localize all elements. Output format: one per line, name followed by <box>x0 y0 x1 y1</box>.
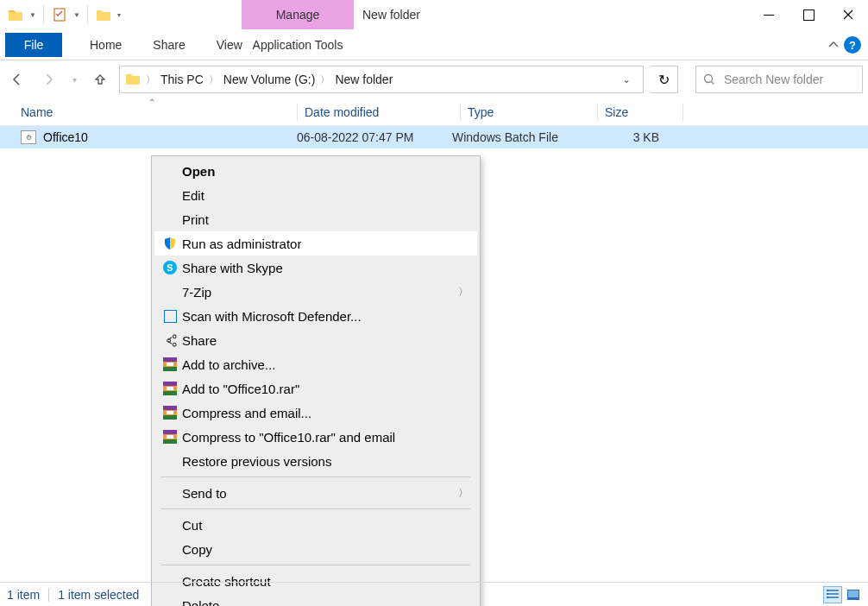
ribbon: File Home Share View Application Tools ? <box>0 29 868 60</box>
defender-icon <box>164 310 177 323</box>
skype-icon: S <box>163 261 177 275</box>
column-separator[interactable] <box>297 104 298 121</box>
column-separator[interactable] <box>460 104 461 121</box>
breadcrumb-this-pc[interactable]: This PC <box>160 73 204 86</box>
column-type[interactable]: Type <box>468 105 597 119</box>
svg-rect-3 <box>827 593 828 595</box>
search-icon <box>703 73 715 85</box>
sort-asc-icon: ⌃ <box>148 98 155 107</box>
search-placeholder: Search New folder <box>724 73 823 86</box>
folder-icon[interactable] <box>5 4 26 25</box>
chevron-right-icon[interactable]: 〉 <box>320 73 330 86</box>
column-size[interactable]: Size <box>605 105 682 119</box>
separator <box>48 588 49 602</box>
menu-share-skype[interactable]: S Share with Skype <box>154 256 477 280</box>
svg-rect-2 <box>827 590 828 591</box>
qat-customize[interactable]: ▾ <box>117 11 121 19</box>
address-dropdown-icon[interactable]: ⌄ <box>615 73 638 85</box>
expand-ribbon-icon[interactable] <box>828 38 839 50</box>
menu-send-to[interactable]: Send to〉 <box>154 481 477 505</box>
breadcrumb-current[interactable]: New folder <box>335 73 393 86</box>
file-name: Office10 <box>43 130 88 144</box>
help-button[interactable]: ? <box>844 36 861 54</box>
rar-icon <box>163 357 177 371</box>
title-bar: ▼ ▼ ▾ Manage New folder <box>0 0 868 29</box>
file-row[interactable]: ⚙ Office10 06-08-2022 07:47 PM Windows B… <box>0 126 868 148</box>
menu-separator <box>161 477 470 477</box>
navigation-bar: ▾ 〉 This PC 〉 New Volume (G:) 〉 New fold… <box>0 60 868 98</box>
minimize-button[interactable] <box>749 0 789 29</box>
refresh-button[interactable]: ↻ <box>651 66 678 93</box>
batch-file-icon: ⚙ <box>21 130 36 144</box>
back-button[interactable] <box>5 67 29 92</box>
item-count: 1 item <box>7 588 40 602</box>
column-separator[interactable] <box>597 104 598 121</box>
application-tools-tab[interactable]: Application Tools <box>242 29 354 60</box>
file-type: Windows Batch File <box>452 130 599 144</box>
chevron-right-icon: 〉 <box>458 486 469 501</box>
menu-run-as-administrator[interactable]: Run as administrator <box>154 231 477 256</box>
menu-edit[interactable]: Edit <box>154 183 477 207</box>
svg-rect-6 <box>848 590 859 597</box>
column-headers: Name ⌃ Date modified Type Size <box>0 98 868 126</box>
close-button[interactable] <box>828 0 868 29</box>
menu-share[interactable]: Share <box>154 328 477 352</box>
home-tab[interactable]: Home <box>74 29 137 60</box>
address-bar[interactable]: 〉 This PC 〉 New Volume (G:) 〉 New folder… <box>119 66 644 93</box>
menu-add-rar[interactable]: Add to "Office10.rar" <box>154 376 477 401</box>
separator <box>43 5 44 24</box>
chevron-right-icon[interactable]: 〉 <box>146 73 155 86</box>
svg-rect-4 <box>827 597 828 598</box>
column-separator[interactable] <box>682 104 683 121</box>
forward-button[interactable] <box>36 67 60 92</box>
menu-print[interactable]: Print <box>154 207 477 231</box>
rar-icon <box>163 382 177 395</box>
menu-restore-versions[interactable]: Restore previous versions <box>154 449 477 473</box>
menu-add-archive[interactable]: Add to archive... <box>154 352 477 376</box>
menu-compress-email[interactable]: Compress and email... <box>154 401 477 425</box>
search-box[interactable]: Search New folder <box>695 66 863 93</box>
qat-dropdown[interactable]: ▼ <box>29 11 36 19</box>
menu-open[interactable]: Open <box>154 159 477 183</box>
menu-defender-scan[interactable]: Scan with Microsoft Defender... <box>154 304 477 328</box>
svg-point-1 <box>705 75 713 83</box>
context-menu: Open Edit Print Run as administrator S S… <box>151 155 481 606</box>
menu-cut[interactable]: Cut <box>154 513 477 537</box>
column-name[interactable]: Name ⌃ <box>21 105 297 119</box>
rar-icon <box>163 430 177 444</box>
share-tab[interactable]: Share <box>137 29 200 60</box>
column-date[interactable]: Date modified <box>305 105 460 119</box>
separator <box>87 5 88 24</box>
qat-dropdown[interactable]: ▼ <box>73 11 80 19</box>
menu-separator <box>161 508 470 509</box>
maximize-button[interactable] <box>789 0 828 29</box>
chevron-right-icon[interactable]: 〉 <box>209 73 218 86</box>
window-controls <box>749 0 868 29</box>
up-button[interactable] <box>88 67 112 92</box>
share-icon <box>158 334 182 347</box>
menu-compress-rar-email[interactable]: Compress to "Office10.rar" and email <box>154 425 477 449</box>
file-date: 06-08-2022 07:47 PM <box>297 130 452 144</box>
menu-7zip[interactable]: 7-Zip〉 <box>154 280 477 304</box>
status-bar: 1 item 1 item selected <box>0 582 868 606</box>
chevron-right-icon: 〉 <box>458 285 469 300</box>
file-size: 3 KB <box>599 130 659 144</box>
shield-icon <box>163 237 177 250</box>
details-view-button[interactable] <box>823 586 842 603</box>
menu-copy[interactable]: Copy <box>154 537 477 561</box>
contextual-tab-header: Manage <box>242 0 354 29</box>
quick-access-toolbar: ▼ ▼ ▾ <box>0 0 123 29</box>
new-folder-icon[interactable] <box>93 4 114 25</box>
thumbnails-view-button[interactable] <box>844 586 863 603</box>
folder-icon <box>125 72 141 88</box>
menu-separator <box>161 565 470 565</box>
properties-icon[interactable] <box>49 4 70 25</box>
file-tab[interactable]: File <box>5 33 62 57</box>
breadcrumb-volume[interactable]: New Volume (G:) <box>223 73 316 86</box>
recent-locations-button[interactable]: ▾ <box>67 67 81 92</box>
window-title: New folder <box>362 0 420 29</box>
selection-count: 1 item selected <box>58 588 139 602</box>
rar-icon <box>163 406 177 420</box>
